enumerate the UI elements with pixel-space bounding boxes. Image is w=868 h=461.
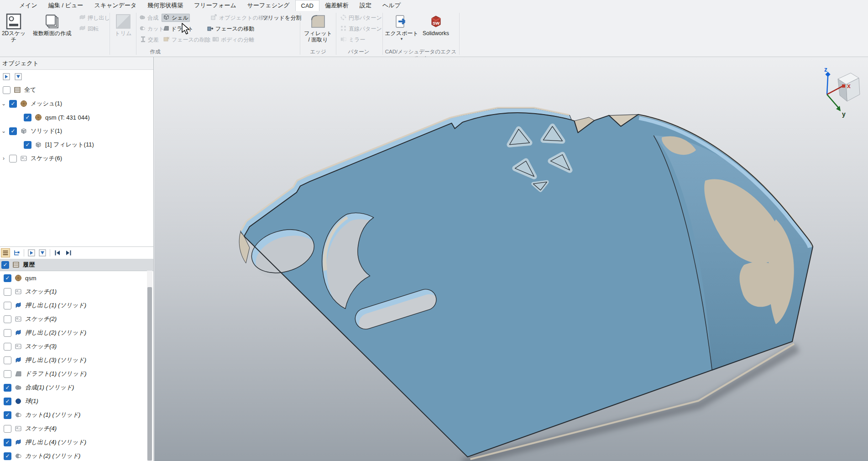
checkbox[interactable]: ✓ [4,452,11,460]
history-row[interactable]: ドラフト(1) (ソリッド) [0,367,153,381]
move-face-button[interactable]: フェースの移動 [205,25,256,33]
cad-model-canvas[interactable]: z x y [154,57,868,461]
history-row[interactable]: ✓ カット(2) (ソリッド) [0,449,153,461]
export-dropdown-icon[interactable]: ▾ [384,37,419,41]
3d-viewport[interactable]: z x y [154,57,868,461]
menu-tab-メイン[interactable]: メイン [14,0,43,11]
checkbox[interactable]: ✓ [4,398,11,405]
history-header[interactable]: ✓ 履歴 [0,259,153,271]
history-row[interactable]: ✓ 合成(1) (ソリッド) [0,381,153,394]
treeview-icon[interactable] [12,248,21,257]
extrude-icon [14,356,22,364]
expander-closed-icon[interactable]: › [1,155,6,162]
intersect-button[interactable]: 交差 [139,36,160,44]
menu-tab-ヘルプ[interactable]: ヘルプ [377,0,406,11]
menu-tab-幾何形状構築[interactable]: 幾何形状構築 [142,0,188,11]
history-row[interactable]: スケッチ(2) [0,312,153,326]
hamburger-icon[interactable] [1,248,10,257]
checkbox[interactable]: ✓ [4,274,11,282]
mirror-button[interactable]: ミラー [339,36,367,44]
checkbox[interactable] [4,356,11,364]
history-scrollbar[interactable] [147,271,152,461]
sketch-icon [14,424,22,433]
history-row[interactable]: ✓ カット(1) (ソリッド) [0,408,153,422]
checkbox[interactable]: ✓ [24,141,31,149]
expander-open-icon[interactable]: ⌄ [1,100,6,107]
checkbox[interactable]: ✓ [4,411,11,419]
multi-section-icon [26,13,78,30]
history-row[interactable]: ✓ 押し出し(4) (ソリッド) [0,435,153,449]
object-tree-row[interactable]: ⌄✓ソリッド(1) [0,124,153,138]
checkbox[interactable]: ✓ [9,100,17,108]
sketch-icon [14,342,22,351]
history-scrollbar-thumb[interactable] [147,287,152,461]
object-tree-row[interactable]: ✓qsm (T: 431 044) [0,110,153,124]
checkbox[interactable] [4,315,11,323]
checkbox[interactable]: ✓ [1,261,9,269]
menu-tab-フリーフォーム[interactable]: フリーフォーム [188,0,242,11]
mesh-icon [34,113,42,121]
separate-body-button[interactable]: ボディの分離 [211,36,256,44]
object-tree-row[interactable]: ✓[1] フィレット(11) [0,138,153,152]
checkbox[interactable] [3,86,10,94]
solidworks-button[interactable]: SW Solidworks [419,12,453,51]
checkbox[interactable] [4,343,11,351]
move-face-icon [207,25,214,33]
checkbox[interactable]: ✓ [4,384,11,392]
history-row[interactable]: スケッチ(4) [0,422,153,435]
object-tree-row[interactable]: ›スケッチ(6) [0,152,153,165]
shell-button[interactable]: シェル [162,14,190,22]
checkbox[interactable]: ✓ [4,439,11,446]
menu-tab-設定[interactable]: 設定 [354,0,377,11]
checkbox[interactable] [9,155,17,162]
checkbox[interactable] [4,302,11,309]
menu-tab-編集 / ビュー[interactable]: 編集 / ビュー [43,0,89,11]
object-tree-row[interactable]: ⌄✓メッシュ(1) [0,97,153,110]
history-row[interactable]: スケッチ(1) [0,285,153,299]
ribbon-separator [136,13,136,55]
blob-icon [14,383,22,392]
expander-open-icon[interactable]: ⌄ [1,128,6,134]
menu-tab-偏差解析[interactable]: 偏差解析 [319,0,354,11]
checkbox[interactable] [4,425,11,433]
play-icon[interactable] [2,72,11,81]
menu-tab-サーフェシング[interactable]: サーフェシング [242,0,295,11]
menu-tab-スキャンデータ[interactable]: スキャンデータ [89,0,142,11]
split-solid-button[interactable]: ソリッドを分割 [261,14,303,22]
trim-button[interactable]: トリム [111,12,135,51]
menu-tab-CAD[interactable]: CAD [295,0,319,11]
history-row[interactable]: 押し出し(3) (ソリッド) [0,353,153,367]
mirror-icon [340,36,347,44]
extrude-button[interactable]: 押し出し [78,14,111,22]
history-row[interactable]: スケッチ(3) [0,340,153,353]
checkbox[interactable] [4,370,11,378]
revolve-button[interactable]: 回転 [78,25,100,33]
linear-pattern-button[interactable]: 直線パターン [339,25,383,33]
history-row[interactable]: 押し出し(2) (ソリッド) [0,326,153,340]
axis-triad[interactable]: z x y [824,66,860,118]
trim-icon [111,13,135,30]
filter-icon[interactable] [14,72,23,81]
object-panel-title-label: オブジェクト [2,59,39,68]
delete-face-button[interactable]: フェースの削除 [162,36,212,44]
sketch-2d-button[interactable]: 2Dスケッチ [1,12,26,51]
sketch-2d-icon [1,13,26,30]
skipstart-icon[interactable] [53,248,62,257]
skipend-icon[interactable] [64,248,73,257]
history-row[interactable]: ✓ qsm [0,271,153,285]
checkbox[interactable]: ✓ [9,127,17,135]
object-tree-row[interactable]: 全て [0,83,153,97]
fillet-chamfer-button[interactable]: フィレット/ 面取り [302,12,334,51]
checkbox[interactable] [4,288,11,296]
checkbox[interactable]: ✓ [24,114,31,121]
history-row[interactable]: ✓ 球(1) [0,394,153,408]
object-filter-row [0,70,153,83]
history-row[interactable]: 押し出し(1) (ソリッド) [0,299,153,312]
merge-button[interactable]: 合成 [138,14,160,22]
play-icon[interactable] [27,248,36,257]
circular-pattern-button[interactable]: 円形パターン [339,14,383,22]
checkbox[interactable] [4,329,11,337]
multi-section-button[interactable]: 複数断面の作成 [26,12,78,51]
filter-icon[interactable] [38,248,47,257]
export-button[interactable]: エクスポート ▾ [384,12,419,51]
